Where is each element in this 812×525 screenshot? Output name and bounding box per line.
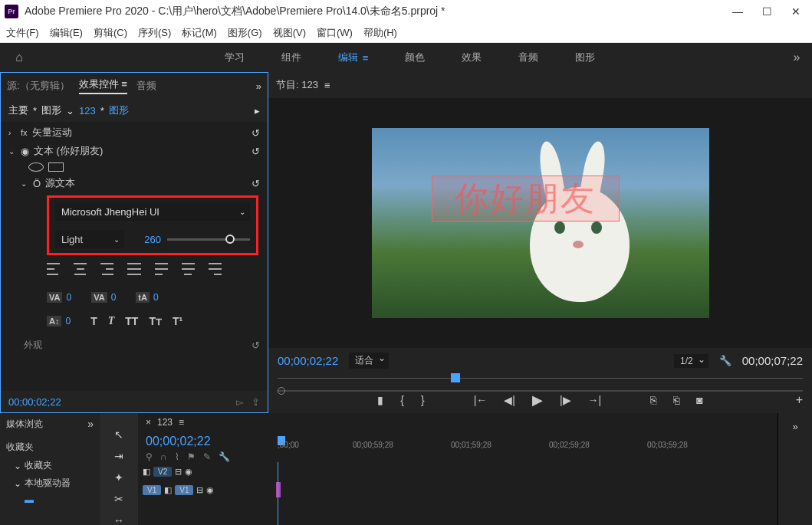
resolution-select[interactable]: 1/2 <box>674 354 708 368</box>
linked-selection-icon[interactable]: ⌇ <box>175 451 179 462</box>
toggle-icon[interactable]: ▻ <box>236 396 244 408</box>
workspace-editing[interactable]: 编辑≡ <box>338 51 369 64</box>
twirl-down-icon[interactable]: ⌄ <box>21 179 28 188</box>
slip-tool[interactable]: ↔ <box>111 514 127 525</box>
close-button[interactable]: ✕ <box>791 5 801 18</box>
breadcrumb-graphic2[interactable]: 图形 <box>109 103 129 117</box>
superscript-button[interactable]: T¹ <box>173 315 182 327</box>
track-v2-label[interactable]: V2 <box>153 467 172 477</box>
reset-icon[interactable]: ↺ <box>251 178 260 189</box>
wrench-icon[interactable]: 🔧 <box>719 355 731 366</box>
step-back-button[interactable]: ◀| <box>504 394 515 406</box>
menu-graphics[interactable]: 图形(G) <box>228 26 262 40</box>
panel-menu-icon[interactable]: ≡ <box>179 417 184 428</box>
close-tab-icon[interactable]: × <box>146 417 151 428</box>
align-justify-button[interactable] <box>127 263 140 275</box>
track-toggle-icon[interactable]: ◧ <box>143 467 150 477</box>
mark-out-button[interactable]: } <box>421 394 425 406</box>
export-frame-button[interactable]: ◙ <box>696 394 702 406</box>
allcaps-button[interactable]: TT <box>125 315 138 327</box>
selection-tool[interactable]: ↖ <box>111 428 127 441</box>
font-size-value[interactable]: 260 <box>130 234 161 245</box>
razor-tool[interactable]: ✂ <box>111 493 127 505</box>
mark-in-button[interactable]: { <box>400 394 404 406</box>
magnet-icon[interactable]: ∩ <box>160 451 167 462</box>
workspace-graphics[interactable]: 图形 <box>575 51 595 64</box>
go-to-out-button[interactable]: →| <box>588 394 602 406</box>
fx-badge-icon[interactable]: fx <box>21 128 28 137</box>
lift-button[interactable]: ⎘ <box>650 394 656 406</box>
align-justify-last-right-button[interactable] <box>209 263 222 275</box>
workspace-assembly[interactable]: 组件 <box>281 51 301 64</box>
workspace-color[interactable]: 颜色 <box>405 51 425 64</box>
eye-icon[interactable]: ◉ <box>206 485 214 495</box>
eye-icon[interactable]: ◉ <box>185 467 192 477</box>
panel-menu-icon[interactable]: ≡ <box>324 80 330 91</box>
menu-markers[interactable]: 标记(M) <box>182 26 217 40</box>
button-editor[interactable]: + <box>796 393 803 407</box>
timeline-timecode[interactable]: 00;00;02;22 <box>146 435 268 448</box>
smallcaps-button[interactable]: Tᴛ <box>149 315 162 327</box>
maximize-button[interactable]: ☐ <box>761 5 772 18</box>
tracking-value[interactable]: 0 <box>66 292 71 303</box>
drive-item[interactable]: ▬ <box>6 492 94 507</box>
kerning-value[interactable]: 0 <box>111 292 117 303</box>
source-v1-label[interactable]: V1 <box>143 485 161 495</box>
tsume-value[interactable]: 0 <box>153 292 159 303</box>
track-v1-label[interactable]: V1 <box>175 485 193 495</box>
reset-icon[interactable]: ↺ <box>251 127 260 139</box>
leading-value[interactable]: 0 <box>65 316 71 326</box>
export-icon[interactable]: ⇪ <box>251 396 260 408</box>
eye-icon[interactable]: ◉ <box>21 146 29 157</box>
tab-source[interactable]: 源:（无剪辑） <box>7 79 70 93</box>
lock-icon[interactable]: ⊟ <box>196 485 203 495</box>
tab-effect-controls[interactable]: 效果控件 ≡ <box>79 77 127 94</box>
tab-audio[interactable]: 音频 <box>136 79 156 93</box>
local-drives-item[interactable]: ⌄本地驱动器 <box>6 474 94 492</box>
go-to-in-button[interactable]: |← <box>474 394 488 406</box>
menu-clip[interactable]: 剪辑(C) <box>94 26 127 40</box>
font-weight-select[interactable]: Light ⌄ <box>55 230 124 248</box>
align-center-button[interactable] <box>74 263 87 275</box>
lock-icon[interactable]: ⊟ <box>175 467 182 477</box>
italic-button[interactable]: T <box>108 315 115 327</box>
menu-file[interactable]: 文件(F) <box>6 26 39 40</box>
sequence-tab[interactable]: 123 <box>157 417 173 428</box>
timeline-ruler[interactable]: ;00;00 00;00;59;28 00;01;59;28 00;02;59;… <box>276 431 777 462</box>
step-forward-button[interactable]: |▶ <box>560 394 571 406</box>
menu-window[interactable]: 窗口(W) <box>317 26 353 40</box>
menu-edit[interactable]: 编辑(E) <box>50 26 83 40</box>
zoom-fit-select[interactable]: 适合 <box>349 353 389 369</box>
wrench-icon[interactable]: 🔧 <box>219 451 230 462</box>
twirl-icon[interactable]: › <box>8 129 16 137</box>
stopwatch-icon[interactable]: Ö <box>33 178 41 189</box>
panel-overflow[interactable]: » <box>87 418 94 430</box>
font-size-slider[interactable] <box>167 238 250 241</box>
mask-rect-icon[interactable] <box>48 162 64 172</box>
chevron-down-icon[interactable]: ⌄ <box>66 105 74 116</box>
add-marker-button[interactable]: ▮ <box>377 394 383 406</box>
effect-controls-timecode[interactable]: 00;00;02;22 <box>8 396 61 408</box>
workspace-learn[interactable]: 学习 <box>225 51 245 64</box>
tab-media-browser[interactable]: 媒体浏览 <box>6 418 43 431</box>
panel-overflow[interactable]: » <box>256 80 261 92</box>
play-button[interactable]: ▶ <box>532 392 543 409</box>
slider-thumb[interactable] <box>225 235 235 244</box>
track-toggle-icon[interactable]: ◧ <box>164 485 172 495</box>
text-layer-label[interactable]: 文本 (你好朋友) <box>34 144 103 158</box>
minimize-button[interactable]: — <box>732 5 743 18</box>
snap-icon[interactable]: ⚲ <box>146 451 153 462</box>
settings-icon[interactable]: ✎ <box>203 451 211 462</box>
panel-overflow[interactable]: » <box>792 421 797 525</box>
program-canvas[interactable]: 你好朋友 <box>372 128 709 318</box>
program-scrubber[interactable] <box>278 373 803 384</box>
menu-sequence[interactable]: 序列(S) <box>138 26 171 40</box>
mask-ellipse-icon[interactable] <box>28 162 44 172</box>
bold-button[interactable]: T <box>90 315 97 327</box>
text-layer-overlay[interactable]: 你好朋友 <box>432 176 620 221</box>
menu-view[interactable]: 视图(V) <box>273 26 306 40</box>
align-right-button[interactable] <box>100 263 113 275</box>
track-select-tool[interactable]: ⇥ <box>111 450 127 462</box>
reset-icon[interactable]: ↺ <box>251 340 260 351</box>
breadcrumb-arrow-icon[interactable]: ▸ <box>255 105 260 116</box>
